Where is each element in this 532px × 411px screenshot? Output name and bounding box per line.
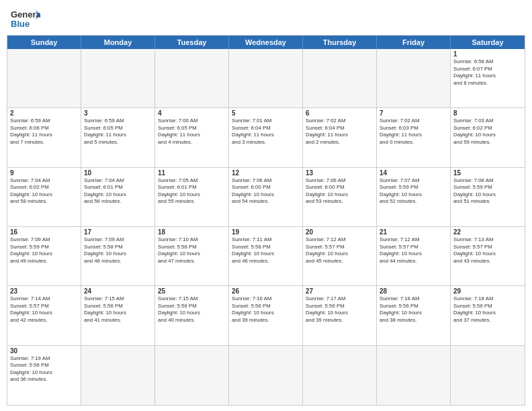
svg-text:General: General	[11, 9, 40, 19]
calendar-cell	[155, 346, 229, 405]
cell-info: Sunrise: 7:01 AM Sunset: 6:04 PM Dayligh…	[232, 118, 300, 146]
day-number: 28	[380, 287, 447, 295]
cell-info: Sunrise: 7:18 AM Sunset: 5:56 PM Dayligh…	[380, 295, 447, 324]
cell-info: Sunrise: 6:59 AM Sunset: 6:06 PM Dayligh…	[10, 118, 78, 146]
day-number: 6	[306, 109, 373, 117]
calendar-row-0: 1Sunrise: 6:58 AM Sunset: 6:07 PM Daylig…	[7, 49, 525, 108]
day-number: 9	[10, 169, 78, 177]
calendar-cell: 14Sunrise: 7:07 AM Sunset: 5:59 PM Dayli…	[377, 168, 451, 226]
calendar-cell	[377, 49, 451, 107]
cell-info: Sunrise: 7:02 AM Sunset: 6:04 PM Dayligh…	[306, 118, 373, 146]
day-number: 15	[453, 169, 522, 177]
calendar-cell: 13Sunrise: 7:06 AM Sunset: 6:00 PM Dayli…	[303, 168, 377, 226]
calendar-cell: 5Sunrise: 7:01 AM Sunset: 6:04 PM Daylig…	[229, 108, 303, 167]
calendar-cell: 10Sunrise: 7:04 AM Sunset: 6:01 PM Dayli…	[81, 168, 155, 226]
day-number: 22	[453, 228, 522, 236]
day-header-monday: Monday	[81, 36, 155, 49]
calendar-cell: 7Sunrise: 7:02 AM Sunset: 6:03 PM Daylig…	[377, 108, 451, 167]
day-number: 13	[306, 169, 373, 177]
calendar-cell: 21Sunrise: 7:12 AM Sunset: 5:57 PM Dayli…	[377, 227, 451, 285]
day-number: 11	[158, 169, 226, 177]
calendar-cell	[81, 49, 155, 107]
day-headers: SundayMondayTuesdayWednesdayThursdayFrid…	[7, 36, 525, 49]
cell-info: Sunrise: 7:07 AM Sunset: 5:59 PM Dayligh…	[380, 177, 447, 205]
calendar-cell	[81, 346, 155, 405]
svg-text:Blue: Blue	[11, 19, 30, 29]
calendar-cell: 26Sunrise: 7:16 AM Sunset: 5:56 PM Dayli…	[229, 286, 303, 345]
day-number: 7	[380, 109, 447, 117]
cell-info: Sunrise: 7:04 AM Sunset: 6:02 PM Dayligh…	[10, 177, 78, 205]
calendar: SundayMondayTuesdayWednesdayThursdayFrid…	[7, 35, 525, 406]
calendar-cell	[229, 49, 303, 107]
day-header-thursday: Thursday	[303, 36, 377, 49]
calendar-cell: 20Sunrise: 7:12 AM Sunset: 5:57 PM Dayli…	[303, 227, 377, 285]
cell-info: Sunrise: 7:13 AM Sunset: 5:57 PM Dayligh…	[453, 236, 522, 265]
calendar-cell: 4Sunrise: 7:00 AM Sunset: 6:05 PM Daylig…	[155, 108, 229, 167]
calendar-cell: 15Sunrise: 7:08 AM Sunset: 5:59 PM Dayli…	[451, 168, 525, 226]
day-number: 12	[232, 169, 300, 177]
calendar-row-3: 16Sunrise: 7:09 AM Sunset: 5:59 PM Dayli…	[7, 227, 525, 286]
day-number: 8	[453, 109, 522, 117]
calendar-cell: 17Sunrise: 7:09 AM Sunset: 5:58 PM Dayli…	[81, 227, 155, 285]
cell-info: Sunrise: 7:14 AM Sunset: 5:57 PM Dayligh…	[10, 295, 78, 324]
cell-info: Sunrise: 7:11 AM Sunset: 5:58 PM Dayligh…	[232, 236, 300, 265]
calendar-cell: 18Sunrise: 7:10 AM Sunset: 5:58 PM Dayli…	[155, 227, 229, 285]
calendar-row-2: 9Sunrise: 7:04 AM Sunset: 6:02 PM Daylig…	[7, 168, 525, 227]
day-number: 1	[453, 50, 522, 58]
cell-info: Sunrise: 7:06 AM Sunset: 6:00 PM Dayligh…	[232, 177, 300, 205]
calendar-cell	[303, 49, 377, 107]
day-number: 10	[84, 169, 152, 177]
calendar-cell: 9Sunrise: 7:04 AM Sunset: 6:02 PM Daylig…	[7, 168, 81, 226]
day-header-wednesday: Wednesday	[229, 36, 303, 49]
day-number: 23	[10, 287, 78, 295]
cell-info: Sunrise: 7:15 AM Sunset: 5:56 PM Dayligh…	[84, 295, 152, 324]
day-number: 30	[10, 347, 78, 355]
calendar-cell	[155, 49, 229, 107]
cell-info: Sunrise: 7:19 AM Sunset: 5:56 PM Dayligh…	[10, 355, 78, 383]
cell-info: Sunrise: 7:17 AM Sunset: 5:56 PM Dayligh…	[306, 295, 373, 324]
calendar-row-5: 30Sunrise: 7:19 AM Sunset: 5:56 PM Dayli…	[7, 346, 525, 405]
day-header-saturday: Saturday	[451, 36, 525, 49]
day-number: 29	[453, 287, 522, 295]
calendar-cell: 22Sunrise: 7:13 AM Sunset: 5:57 PM Dayli…	[451, 227, 525, 285]
calendar-cell: 16Sunrise: 7:09 AM Sunset: 5:59 PM Dayli…	[7, 227, 81, 285]
cell-info: Sunrise: 7:10 AM Sunset: 5:58 PM Dayligh…	[158, 236, 226, 265]
day-number: 4	[158, 109, 226, 117]
calendar-cell: 27Sunrise: 7:17 AM Sunset: 5:56 PM Dayli…	[303, 286, 377, 345]
day-number: 24	[84, 287, 152, 295]
calendar-cell	[303, 346, 377, 405]
cell-info: Sunrise: 7:05 AM Sunset: 6:01 PM Dayligh…	[158, 177, 226, 205]
calendar-cell: 19Sunrise: 7:11 AM Sunset: 5:58 PM Dayli…	[229, 227, 303, 285]
calendar-cell	[7, 49, 81, 107]
header: General Blue	[0, 0, 532, 35]
day-header-friday: Friday	[377, 36, 451, 49]
page: General Blue SundayMondayTuesdayWednesda…	[0, 0, 532, 411]
day-number: 3	[84, 109, 152, 117]
calendar-cell: 29Sunrise: 7:18 AM Sunset: 5:56 PM Dayli…	[451, 286, 525, 345]
day-number: 14	[380, 169, 447, 177]
calendar-cell: 25Sunrise: 7:15 AM Sunset: 5:56 PM Dayli…	[155, 286, 229, 345]
day-header-sunday: Sunday	[7, 36, 81, 49]
calendar-cell: 28Sunrise: 7:18 AM Sunset: 5:56 PM Dayli…	[377, 286, 451, 345]
calendar-cell	[229, 346, 303, 405]
calendar-cell: 3Sunrise: 6:59 AM Sunset: 6:05 PM Daylig…	[81, 108, 155, 167]
cell-info: Sunrise: 7:09 AM Sunset: 5:59 PM Dayligh…	[10, 236, 78, 265]
calendar-cell: 30Sunrise: 7:19 AM Sunset: 5:56 PM Dayli…	[7, 346, 81, 405]
calendar-cell	[451, 346, 525, 405]
day-number: 21	[380, 228, 447, 236]
calendar-cell: 23Sunrise: 7:14 AM Sunset: 5:57 PM Dayli…	[7, 286, 81, 345]
cell-info: Sunrise: 7:02 AM Sunset: 6:03 PM Dayligh…	[380, 118, 447, 146]
cell-info: Sunrise: 7:00 AM Sunset: 6:05 PM Dayligh…	[158, 118, 226, 146]
calendar-row-4: 23Sunrise: 7:14 AM Sunset: 5:57 PM Dayli…	[7, 286, 525, 345]
day-number: 25	[158, 287, 226, 295]
calendar-cell: 2Sunrise: 6:59 AM Sunset: 6:06 PM Daylig…	[7, 108, 81, 167]
calendar-cell: 12Sunrise: 7:06 AM Sunset: 6:00 PM Dayli…	[229, 168, 303, 226]
cell-info: Sunrise: 7:09 AM Sunset: 5:58 PM Dayligh…	[84, 236, 152, 265]
cell-info: Sunrise: 7:16 AM Sunset: 5:56 PM Dayligh…	[232, 295, 300, 324]
calendar-cell: 11Sunrise: 7:05 AM Sunset: 6:01 PM Dayli…	[155, 168, 229, 226]
cell-info: Sunrise: 7:12 AM Sunset: 5:57 PM Dayligh…	[306, 236, 373, 265]
calendar-cell: 8Sunrise: 7:03 AM Sunset: 6:02 PM Daylig…	[451, 108, 525, 167]
day-number: 26	[232, 287, 300, 295]
cell-info: Sunrise: 7:04 AM Sunset: 6:01 PM Dayligh…	[84, 177, 152, 205]
cell-info: Sunrise: 7:12 AM Sunset: 5:57 PM Dayligh…	[380, 236, 447, 265]
